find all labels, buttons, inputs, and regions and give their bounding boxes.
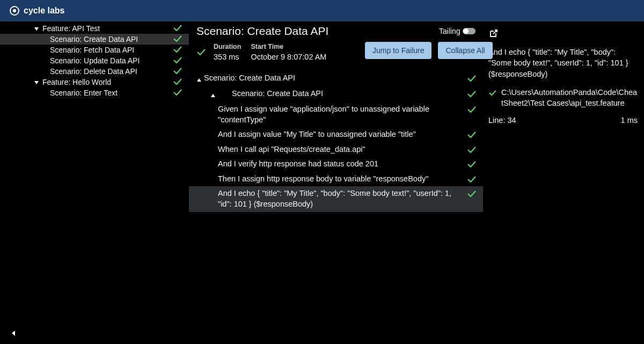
svg-marker-0 (34, 27, 39, 31)
step-text: And I echo { "title": "My Title", "body"… (218, 188, 483, 209)
step-group[interactable]: Scenario: Create Data API (189, 71, 483, 86)
detail-panel: And I echo { "title": "My Title", "body"… (485, 21, 644, 344)
step-text: Scenario: Create Data API (204, 73, 322, 84)
collapse-all-button[interactable]: Collapse All (438, 42, 492, 59)
step-item[interactable]: Then I assign http response body to vari… (189, 172, 483, 187)
tree-feature[interactable]: Feature: API Test (0, 23, 189, 34)
tree-feature[interactable]: Feature: Hello World (0, 77, 189, 87)
caret-down-icon (34, 78, 39, 86)
tailing-control[interactable]: Tailing (439, 27, 475, 35)
tree-scenario[interactable]: Scenario: Delete Data API (0, 66, 189, 77)
tree-item-label: Scenario: Update Data API (50, 56, 140, 65)
test-tree: Feature: API TestScenario: Create Data A… (0, 21, 189, 344)
step-echo-text: And I echo { "title": "My Title", "body"… (488, 47, 638, 79)
step-text: And I verify http response had status co… (218, 159, 405, 170)
tailing-toggle[interactable] (463, 28, 475, 34)
tree-scenario[interactable]: Scenario: Create Data API (0, 34, 189, 45)
step-text: Then I assign http response body to vari… (218, 174, 455, 185)
pass-icon (467, 145, 477, 155)
pass-icon (467, 189, 477, 199)
svg-marker-4 (12, 331, 15, 336)
pass-icon (467, 105, 477, 115)
open-external-icon[interactable] (488, 29, 638, 40)
svg-marker-2 (197, 78, 201, 82)
app-header: cycle labs (0, 0, 644, 21)
tree-item-label: Scenario: Fetch Data API (50, 46, 134, 54)
start-time-label: Start Time (251, 43, 326, 50)
duration-label: Duration (214, 43, 241, 50)
step-duration: 1 ms (621, 116, 638, 125)
caret-down-icon (34, 24, 39, 33)
logo-text: cycle labs (24, 6, 65, 16)
step-list: Scenario: Create Data APIScenario: Creat… (189, 71, 483, 212)
tree-item-label: Scenario: Delete Data API (50, 67, 137, 76)
pass-icon (467, 175, 477, 185)
pass-icon (467, 130, 477, 140)
step-item[interactable]: And I assign value "My Title" to unassig… (189, 127, 483, 142)
step-group[interactable]: Scenario: Create Data API (189, 86, 483, 102)
start-time-value: October 9 8:07:02 AM (251, 53, 326, 61)
pass-icon (173, 89, 182, 97)
step-text: Scenario: Create Data API (232, 89, 350, 99)
tree-item-label: Feature: API Test (42, 24, 100, 33)
pass-icon (173, 46, 182, 54)
pass-icon (173, 56, 182, 65)
caret-up-icon (196, 75, 204, 84)
jump-to-failure-button[interactable]: Jump to Failure (365, 42, 431, 59)
tree-scenario[interactable]: Scenario: Update Data API (0, 55, 189, 66)
svg-marker-1 (34, 81, 39, 84)
file-path: C:\Users\AutomationPanda\Code\CheatSheet… (501, 87, 638, 109)
pass-icon (467, 74, 477, 84)
step-item[interactable]: When I call api "Requests/create_data.ap… (189, 142, 483, 157)
step-item[interactable]: Given I assign value "application/json" … (189, 102, 483, 127)
tree-scenario[interactable]: Scenario: Enter Text (0, 87, 189, 98)
tree-item-label: Scenario: Enter Text (50, 89, 118, 97)
line-number: Line: 34 (488, 116, 516, 125)
step-text: And I assign value "My Title" to unassig… (218, 129, 443, 140)
tree-scenario[interactable]: Scenario: Fetch Data API (0, 45, 189, 55)
pass-icon (173, 24, 182, 33)
svg-marker-3 (211, 94, 215, 97)
status-check-icon (196, 48, 206, 58)
file-check-icon (488, 89, 497, 98)
duration-value: 353 ms (214, 53, 241, 61)
pass-icon (173, 67, 182, 76)
collapse-sidebar-icon[interactable] (11, 329, 16, 339)
pass-icon (173, 35, 182, 43)
tree-item-label: Scenario: Create Data API (50, 35, 138, 43)
logo-icon (10, 6, 19, 16)
pass-icon (173, 78, 182, 86)
pass-icon (467, 90, 477, 99)
step-item[interactable]: And I echo { "title": "My Title", "body"… (189, 186, 483, 211)
step-text: Given I assign value "application/json" … (218, 104, 483, 125)
center-panel: Scenario: Create Data API Tailing Durati… (189, 21, 485, 344)
pass-icon (467, 160, 477, 170)
step-item[interactable]: And I verify http response had status co… (189, 157, 483, 172)
caret-up-icon (210, 90, 218, 100)
step-text: When I call api "Requests/create_data.ap… (218, 144, 392, 155)
tailing-label: Tailing (439, 27, 460, 35)
tree-item-label: Feature: Hello World (42, 78, 111, 86)
